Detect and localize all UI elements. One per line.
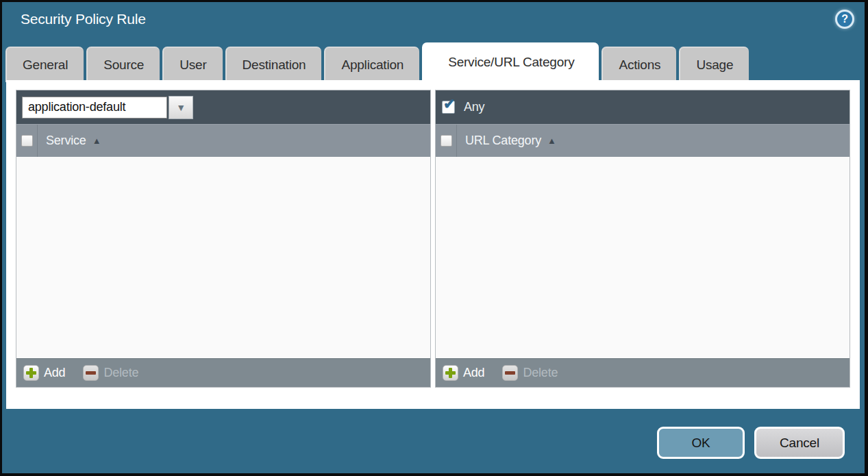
delete-url-category-button[interactable]: Delete: [502, 365, 558, 381]
tab-usage[interactable]: Usage: [679, 47, 749, 82]
any-label: Any: [464, 100, 484, 114]
service-column-label: Service: [46, 134, 86, 148]
cancel-button[interactable]: Cancel: [754, 427, 845, 459]
url-category-column-label: URL Category: [465, 134, 541, 148]
url-category-list[interactable]: [436, 157, 850, 358]
service-column-header[interactable]: Service ▲: [16, 124, 430, 157]
tab-bar: General Source User Destination Applicat…: [5, 42, 752, 82]
tab-application[interactable]: Application: [324, 47, 419, 82]
url-category-column-header[interactable]: URL Category ▲: [436, 124, 850, 157]
service-type-input[interactable]: [22, 97, 167, 118]
any-checkbox[interactable]: ✔: [442, 101, 455, 114]
check-icon: ✔: [443, 96, 455, 112]
service-panel: ▼ Service ▲ Ad: [16, 90, 431, 388]
url-category-panel-header: ✔ Any: [436, 90, 850, 124]
add-url-category-button[interactable]: Add: [443, 365, 484, 381]
tab-content: ▼ Service ▲ Ad: [6, 80, 860, 409]
ok-button[interactable]: OK: [657, 427, 745, 459]
select-all-url-categories-checkbox[interactable]: [441, 135, 452, 147]
screen: Security Policy Rule ? General Source Us…: [0, 0, 868, 476]
service-panel-header: ▼: [16, 90, 430, 124]
tab-source[interactable]: Source: [86, 47, 160, 82]
url-category-panel: ✔ Any URL Category ▲: [435, 90, 850, 388]
service-list[interactable]: [16, 157, 430, 358]
tab-user[interactable]: User: [162, 47, 222, 82]
delete-service-button[interactable]: Delete: [83, 365, 138, 381]
minus-icon: [502, 365, 518, 381]
minus-icon: [83, 365, 99, 381]
service-type-dropdown: ▼: [22, 96, 193, 119]
add-service-button[interactable]: Add: [23, 365, 65, 381]
help-glyph: ?: [841, 13, 848, 25]
tab-service-url-category[interactable]: Service/URL Category: [422, 42, 599, 82]
sort-ascending-icon: ▲: [547, 136, 556, 146]
tab-actions[interactable]: Actions: [602, 47, 676, 82]
tab-general[interactable]: General: [5, 47, 84, 82]
add-icon: [23, 365, 39, 381]
add-icon: [443, 365, 458, 381]
security-policy-rule-dialog: Security Policy Rule ? General Source Us…: [2, 2, 865, 473]
help-icon[interactable]: ?: [835, 10, 854, 29]
dialog-title: Security Policy Rule: [21, 11, 146, 27]
chevron-down-icon[interactable]: ▼: [169, 96, 193, 119]
url-category-panel-footer: Add Delete: [436, 358, 850, 387]
select-all-services-checkbox[interactable]: [21, 135, 33, 147]
service-panel-footer: Add Delete: [16, 358, 430, 387]
tab-destination[interactable]: Destination: [225, 47, 322, 82]
sort-ascending-icon: ▲: [92, 136, 101, 146]
